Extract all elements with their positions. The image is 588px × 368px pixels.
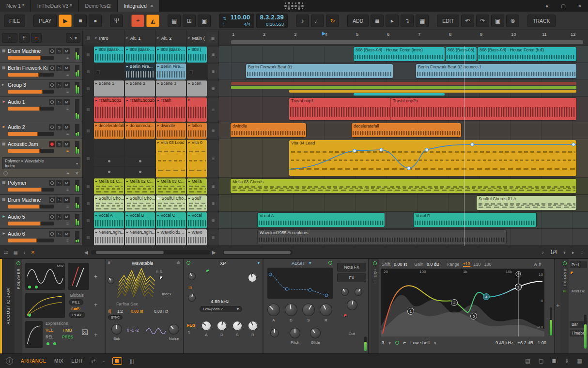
tempo-display[interactable]: ⇅♩ 110.004/4 bbox=[219, 14, 254, 28]
launcher-clip[interactable]: ▸Vita 0 bbox=[187, 140, 207, 177]
track-launcher-menu-icon[interactable]: ≡ bbox=[208, 229, 219, 245]
track-name[interactable]: Berlin Firework Kit bbox=[8, 65, 47, 71]
arranger-clip[interactable]: Soulful Chords 01 A bbox=[477, 196, 576, 210]
view-arrange[interactable]: ARRANGE bbox=[21, 358, 46, 364]
loop-button[interactable]: ↻ bbox=[326, 15, 339, 27]
monitor-button[interactable] bbox=[49, 214, 55, 220]
automation-curve[interactable] bbox=[289, 140, 576, 176]
range-20[interactable]: ±20 bbox=[474, 262, 481, 267]
amp-decay-knob[interactable] bbox=[285, 304, 297, 316]
arranger-clip[interactable]: 808 (Bass-08) bbox=[446, 47, 477, 61]
launcher-clip[interactable]: ▸Trash bbox=[156, 97, 186, 122]
perf-module[interactable]: Perf bbox=[570, 261, 587, 268]
oscillator-display[interactable]: MW bbox=[25, 263, 65, 290]
vertical-zoom-icon[interactable]: ↕ bbox=[581, 250, 583, 255]
clip-overdub-icon[interactable]: ⊞ bbox=[183, 15, 196, 27]
clip-play-icon[interactable]: ▸ bbox=[188, 230, 190, 234]
clip-play-icon[interactable]: ▸ bbox=[126, 213, 128, 217]
inspector-panel-icon[interactable]: ≣ bbox=[552, 358, 556, 364]
expression-vel[interactable]: VEL bbox=[46, 328, 53, 333]
clip-stop-button[interactable] bbox=[83, 63, 93, 80]
track-menu-icon[interactable]: ≡ bbox=[66, 131, 69, 136]
bounce-icon[interactable]: ↴ bbox=[401, 15, 414, 27]
mute-button[interactable]: M bbox=[63, 124, 70, 130]
track-row[interactable]: ▦ Berlin Firework Kit SM ≡ bbox=[0, 63, 82, 80]
arranger-track-lane[interactable]: dwindle deceleratefall bbox=[219, 122, 588, 139]
clip-play-icon[interactable]: ▸ bbox=[95, 98, 97, 102]
track-launcher-menu-icon[interactable]: ≡ bbox=[208, 123, 219, 139]
solo-button[interactable]: S bbox=[56, 180, 62, 186]
snap-dropdown-icon[interactable]: ▾ bbox=[563, 250, 566, 255]
launcher-clip[interactable]: ▸808 (Bass-... bbox=[125, 47, 155, 63]
clip-play-icon[interactable]: ▸ bbox=[157, 213, 159, 217]
scroll-left-icon[interactable]: ◀ bbox=[84, 250, 88, 255]
filter-env-knob[interactable] bbox=[188, 294, 196, 302]
track-launcher-menu-icon[interactable]: ≡ bbox=[208, 64, 219, 80]
track-menu-icon[interactable]: ≡ bbox=[66, 72, 69, 77]
launcher-clip[interactable]: ▸808 (Bass-... bbox=[156, 47, 186, 63]
track-row[interactable]: ▸ Group 3 SM ≡ bbox=[0, 80, 82, 97]
eq-band-point-3[interactable]: 3 bbox=[515, 284, 522, 290]
track-launcher-menu-icon[interactable]: ≡ bbox=[208, 80, 219, 96]
track-menu-icon[interactable]: ≡ bbox=[66, 106, 69, 111]
drag-handle-icon[interactable]: ⠿ bbox=[373, 280, 376, 285]
launcher-view-icon[interactable]: ≡ bbox=[31, 33, 42, 43]
arranger-track-lane[interactable]: Berlin Firework Beat 01 Berlin Firework … bbox=[219, 63, 588, 80]
solo-button[interactable]: S bbox=[56, 48, 62, 54]
solo-button[interactable]: S bbox=[56, 197, 62, 203]
track-menu-icon[interactable]: ≡ bbox=[66, 89, 69, 94]
track-row[interactable]: ► Audio 5 SM ≡ bbox=[0, 212, 82, 229]
track-menu-icon[interactable]: ≡ bbox=[66, 204, 69, 209]
expression-rel[interactable]: REL bbox=[46, 335, 54, 339]
arranger-clip[interactable]: deceleratefall bbox=[352, 123, 461, 137]
volume-fader[interactable] bbox=[8, 239, 54, 242]
arranger-track-lane[interactable]: TrashLoop1 TrashLoop2b bbox=[219, 97, 588, 122]
clip-play-icon[interactable]: ▸ bbox=[95, 196, 97, 200]
chevron-down-icon[interactable]: ▾ bbox=[309, 260, 311, 265]
automation-stop-slot[interactable] bbox=[94, 156, 124, 166]
clip-play-icon[interactable]: ▸ bbox=[95, 48, 97, 51]
lanes-icon[interactable]: ||| bbox=[130, 358, 134, 364]
launcher-clip[interactable]: ▸Berlin Fire... bbox=[156, 64, 186, 80]
clip-play-icon[interactable]: ▸ bbox=[95, 179, 97, 183]
automation-stop-slot[interactable] bbox=[125, 167, 155, 177]
clip-play-icon[interactable]: ▸ bbox=[188, 98, 190, 102]
clip-stop-button[interactable] bbox=[83, 97, 93, 122]
track-menu-button[interactable]: TRACK bbox=[527, 15, 556, 27]
fx-tab[interactable]: FX bbox=[337, 273, 366, 282]
track-launcher-menu-icon[interactable]: ≡ bbox=[208, 47, 219, 63]
track-name[interactable]: Acoustic Jam bbox=[8, 141, 38, 147]
zoom-to-fit-icon[interactable]: ▸ bbox=[572, 250, 574, 255]
clip-play-icon[interactable]: ▸ bbox=[188, 81, 190, 85]
play-button[interactable]: ▶ bbox=[59, 15, 72, 27]
auto-gain-icon[interactable]: A ⇕ bbox=[534, 262, 542, 267]
add-button[interactable]: ADD bbox=[347, 15, 369, 27]
solo-button[interactable]: S bbox=[56, 141, 62, 147]
duplicate-button[interactable]: ▣ bbox=[491, 15, 504, 27]
audition-icon[interactable]: ♪ bbox=[296, 15, 309, 27]
clip-play-icon[interactable]: ▸ bbox=[126, 124, 128, 128]
adsr-power-icon[interactable] bbox=[328, 261, 332, 265]
clip-play-icon[interactable]: ▸ bbox=[188, 48, 190, 51]
arranger-clip[interactable]: Wavoloid1955 Acccolours bbox=[258, 230, 506, 244]
arranger-track-lane[interactable]: 808 (Bass-08) - House Force (intro) 808 … bbox=[219, 46, 588, 63]
wavetable-mini-knob[interactable] bbox=[108, 277, 114, 284]
feg-release-knob[interactable] bbox=[248, 321, 258, 331]
record-button[interactable]: ● bbox=[89, 15, 102, 27]
clip-play-icon[interactable]: ▸ bbox=[188, 213, 190, 217]
mod-source-dot[interactable] bbox=[46, 342, 49, 345]
volume-fader[interactable] bbox=[8, 73, 54, 77]
launcher-clip[interactable]: ▸deceleratefall bbox=[94, 123, 124, 139]
track-menu-icon[interactable]: ≡ bbox=[66, 238, 69, 243]
launcher-clip[interactable]: ▸Mella 02 C... bbox=[125, 178, 155, 194]
clip-stop-button[interactable] bbox=[83, 178, 93, 195]
scene-play-icon[interactable]: ▸ bbox=[188, 36, 190, 40]
group-track-lane[interactable] bbox=[219, 80, 588, 97]
launcher-clip[interactable]: ▸Soulful Cho... bbox=[94, 195, 124, 211]
eq-band-point-5[interactable]: 5 bbox=[471, 313, 477, 320]
noise-knob[interactable] bbox=[169, 324, 179, 335]
track-menu-icon[interactable]: ≡ bbox=[66, 148, 69, 153]
volume-fader[interactable] bbox=[8, 205, 54, 208]
solo-button[interactable]: S bbox=[56, 231, 62, 237]
volume-fader[interactable] bbox=[8, 132, 54, 136]
